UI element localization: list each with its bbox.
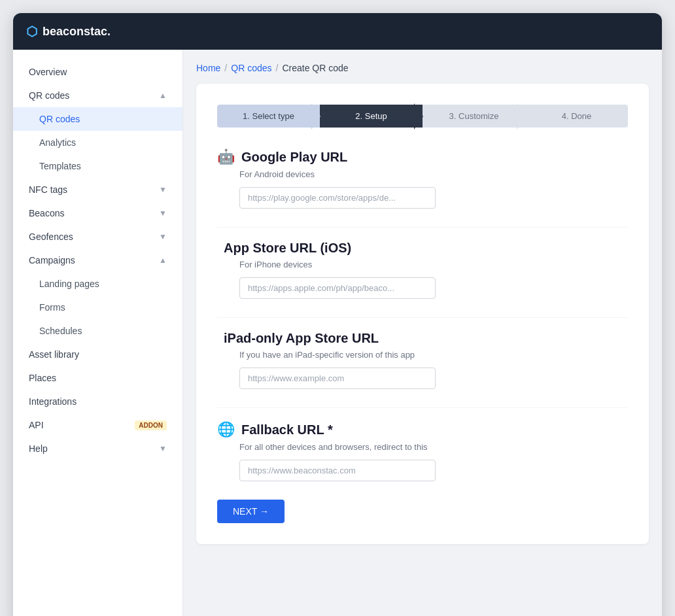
sidebar-group-beacons[interactable]: Beacons ▼ [13, 201, 182, 225]
app-container: ⬡ beaconstac. Overview QR codes ▲ QR cod… [13, 13, 662, 616]
breadcrumb-sep-1: / [224, 63, 227, 73]
sidebar: Overview QR codes ▲ QR codes Analytics T… [13, 50, 183, 616]
app-store-input[interactable] [239, 277, 436, 299]
main-layout: Overview QR codes ▲ QR codes Analytics T… [13, 50, 662, 616]
sidebar-item-places[interactable]: Places [13, 366, 182, 390]
app-store-desc: For iPhone devices [239, 260, 628, 269]
chevron-down-icon: ▼ [159, 444, 167, 453]
breadcrumb-current: Create QR code [282, 63, 348, 73]
breadcrumb-home[interactable]: Home [196, 63, 220, 73]
fallback-desc: For all other devices and browsers, redi… [239, 442, 628, 452]
sidebar-item-overview[interactable]: Overview [13, 60, 182, 84]
globe-icon: 🌐 [217, 421, 235, 438]
sidebar-group-qr-codes[interactable]: QR codes ▲ [13, 84, 182, 107]
google-play-input[interactable] [239, 187, 436, 209]
sidebar-item-forms[interactable]: Forms [13, 296, 182, 319]
sidebar-item-analytics[interactable]: Analytics [13, 131, 182, 154]
fallback-section: 🌐 Fallback URL * For all other devices a… [217, 421, 628, 481]
main-card: 1. Select type 2. Setup 3. Customize 4. … [196, 84, 649, 544]
chevron-down-icon: ▼ [159, 185, 167, 194]
google-play-title: 🤖 Google Play URL [217, 148, 628, 165]
next-button[interactable]: NEXT → [217, 500, 285, 523]
chevron-down-icon: ▼ [159, 232, 167, 241]
sidebar-item-schedules[interactable]: Schedules [13, 319, 182, 343]
google-play-desc: For Android devices [239, 169, 628, 179]
chevron-up-icon: ▲ [159, 91, 167, 100]
fallback-input[interactable] [239, 460, 436, 481]
breadcrumb: Home / QR codes / Create QR code [196, 63, 649, 73]
logo: ⬡ beaconstac. [26, 24, 111, 39]
sidebar-item-api[interactable]: API ADDON [13, 413, 182, 437]
breadcrumb-sep-2: / [276, 63, 279, 73]
sidebar-item-landing-pages[interactable]: Landing pages [13, 272, 182, 296]
fallback-title: 🌐 Fallback URL * [217, 421, 628, 438]
ipad-title: iPad-only App Store URL [217, 331, 628, 346]
sidebar-group-nfc-tags[interactable]: NFC tags ▼ [13, 178, 182, 201]
step-customize[interactable]: 3. Customize [423, 105, 525, 128]
ipad-desc: If you have an iPad-specific version of … [239, 350, 628, 360]
sidebar-item-qr-codes[interactable]: QR codes [13, 107, 182, 131]
logo-icon: ⬡ [26, 24, 37, 39]
logo-text: beaconstac. [43, 25, 111, 39]
step-setup[interactable]: 2. Setup [320, 105, 423, 128]
sidebar-item-templates[interactable]: Templates [13, 154, 182, 178]
ipad-input[interactable] [239, 368, 436, 389]
step-select-type[interactable]: 1. Select type [217, 105, 320, 128]
android-icon: 🤖 [217, 148, 235, 165]
step-done[interactable]: 4. Done [525, 105, 628, 128]
content-area: Home / QR codes / Create QR code 1. Sele… [183, 50, 662, 616]
chevron-up-icon: ▲ [159, 256, 167, 265]
sidebar-group-campaigns[interactable]: Campaigns ▲ [13, 248, 182, 272]
api-badge: ADDON [135, 420, 167, 430]
sidebar-group-geofences[interactable]: Geofences ▼ [13, 225, 182, 248]
breadcrumb-qr-codes[interactable]: QR codes [231, 63, 271, 73]
app-store-title: App Store URL (iOS) [217, 241, 628, 256]
google-play-section: 🤖 Google Play URL For Android devices [217, 148, 628, 209]
sidebar-group-help[interactable]: Help ▼ [13, 437, 182, 460]
sidebar-item-asset-library[interactable]: Asset library [13, 343, 182, 366]
chevron-down-icon: ▼ [159, 209, 167, 218]
app-store-section: App Store URL (iOS) For iPhone devices [217, 241, 628, 299]
sidebar-item-integrations[interactable]: Integrations [13, 390, 182, 413]
steps-nav: 1. Select type 2. Setup 3. Customize 4. … [217, 105, 628, 128]
ipad-section: iPad-only App Store URL If you have an i… [217, 331, 628, 389]
navbar: ⬡ beaconstac. [13, 13, 662, 50]
